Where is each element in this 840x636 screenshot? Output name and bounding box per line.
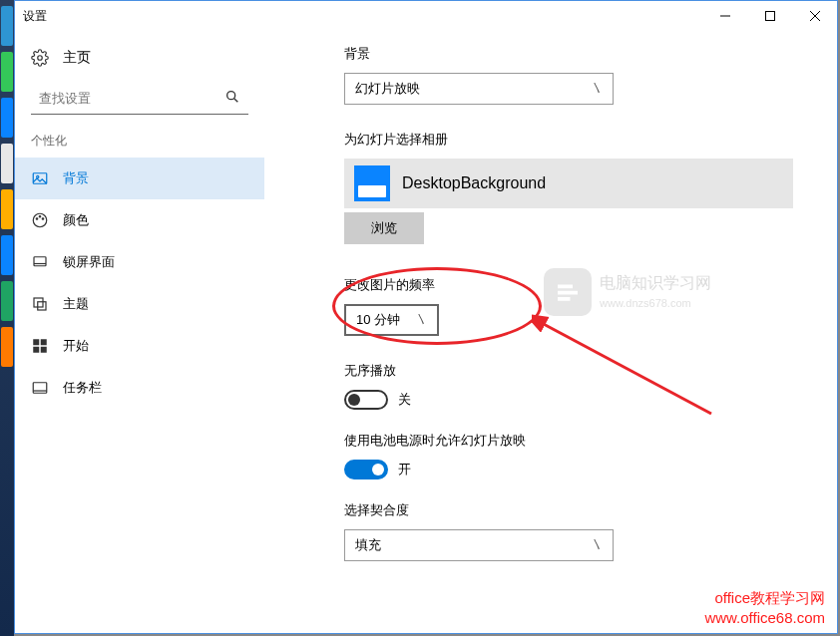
frequency-label: 更改图片的频率 [344, 276, 817, 294]
maximize-icon [765, 11, 775, 21]
close-icon [810, 11, 820, 21]
svg-rect-18 [41, 339, 47, 345]
frequency-select[interactable]: 10 分钟 〵 [344, 304, 439, 336]
svg-rect-17 [33, 339, 39, 345]
battery-toggle[interactable] [344, 460, 388, 479]
fit-label: 选择契合度 [344, 501, 817, 519]
sidebar-item-colors[interactable]: 颜色 [15, 199, 264, 241]
svg-point-4 [38, 56, 43, 61]
album-label: 为幻灯片选择相册 [344, 131, 817, 149]
svg-point-10 [36, 218, 38, 220]
sidebar-item-label: 背景 [63, 169, 89, 187]
sidebar-item-label: 任务栏 [63, 379, 102, 397]
sidebar-item-label: 锁屏界面 [63, 253, 115, 271]
shuffle-label: 无序播放 [344, 362, 817, 380]
fit-select[interactable]: 填充 〵 [344, 529, 614, 561]
gear-icon [31, 49, 49, 67]
sidebar-item-label: 颜色 [63, 211, 89, 229]
titlebar: 设置 [15, 1, 837, 31]
album-row[interactable]: DesktopBackground [344, 159, 793, 208]
home-button[interactable]: 主页 [15, 39, 264, 77]
window-title: 设置 [23, 8, 47, 25]
svg-rect-1 [765, 12, 774, 21]
home-label: 主页 [63, 49, 91, 67]
shuffle-state: 关 [398, 391, 411, 409]
background-label: 背景 [344, 45, 817, 63]
background-select[interactable]: 幻灯片放映 〵 [344, 73, 614, 105]
category-label: 个性化 [15, 133, 264, 158]
minimize-button[interactable] [702, 1, 747, 31]
theme-icon [31, 295, 49, 313]
content: 主页 个性化 背景 颜色 锁屏界面 [15, 31, 837, 633]
chevron-down-icon: 〵 [592, 539, 603, 551]
background-select-value: 幻灯片放映 [355, 80, 420, 98]
search-icon [224, 89, 240, 109]
album-name: DesktopBackground [402, 174, 546, 192]
minimize-icon [720, 11, 730, 21]
sidebar-item-taskbar[interactable]: 任务栏 [15, 367, 264, 409]
svg-rect-15 [34, 298, 43, 307]
sidebar-item-start[interactable]: 开始 [15, 325, 264, 367]
sidebar-item-label: 开始 [63, 337, 89, 355]
svg-line-6 [234, 99, 238, 103]
folder-icon [354, 165, 390, 201]
svg-rect-21 [33, 383, 47, 394]
shuffle-row: 关 [344, 390, 817, 410]
svg-rect-20 [41, 347, 47, 353]
sidebar-item-lockscreen[interactable]: 锁屏界面 [15, 241, 264, 283]
battery-row: 开 [344, 460, 817, 479]
svg-point-5 [227, 92, 235, 100]
main-panel: 背景 幻灯片放映 〵 为幻灯片选择相册 DesktopBackground 浏览… [264, 31, 837, 633]
svg-rect-16 [38, 302, 46, 310]
svg-point-11 [39, 216, 41, 218]
picture-icon [31, 169, 49, 187]
battery-state: 开 [398, 461, 411, 478]
frequency-value: 10 分钟 [356, 311, 400, 329]
os-taskbar-strip [0, 0, 14, 636]
sidebar: 主页 个性化 背景 颜色 锁屏界面 [15, 31, 264, 633]
search-input[interactable] [31, 83, 248, 115]
start-icon [31, 337, 49, 355]
svg-rect-13 [34, 257, 46, 266]
svg-rect-19 [33, 347, 39, 353]
maximize-button[interactable] [747, 1, 792, 31]
chevron-down-icon: 〵 [416, 314, 427, 326]
lockscreen-icon [31, 253, 49, 271]
shuffle-toggle[interactable] [344, 390, 388, 410]
sidebar-item-label: 主题 [63, 295, 89, 313]
chevron-down-icon: 〵 [592, 83, 603, 95]
taskbar-icon [31, 379, 49, 397]
browse-button[interactable]: 浏览 [344, 212, 424, 244]
window-controls [702, 1, 837, 31]
settings-window: 设置 主页 [14, 0, 838, 634]
battery-label: 使用电池电源时允许幻灯片放映 [344, 432, 817, 450]
svg-point-12 [42, 218, 44, 220]
palette-icon [31, 211, 49, 229]
fit-value: 填充 [355, 536, 381, 554]
close-button[interactable] [792, 1, 837, 31]
search-wrap [31, 83, 248, 115]
sidebar-item-themes[interactable]: 主题 [15, 283, 264, 325]
sidebar-item-background[interactable]: 背景 [15, 158, 264, 199]
